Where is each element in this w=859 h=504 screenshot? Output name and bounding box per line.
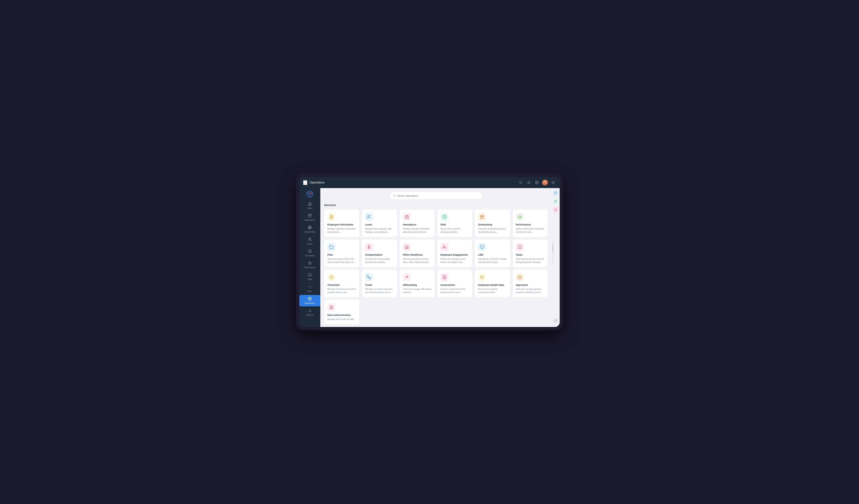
card-data-administration[interactable]: Data Administration Manage and monitor a… [324,300,359,325]
svg-rect-14 [554,183,555,184]
employee-health-name: Employee Health Data [478,283,507,286]
svg-point-67 [555,200,556,201]
section-title: Services [324,203,548,207]
svg-rect-6 [552,181,553,182]
employee-engagement-desc: Define and manage survey metrics, templa… [440,257,469,264]
svg-point-16 [308,192,310,194]
card-attendance[interactable]: Attendance Facilitate biometric ID-based… [400,209,435,237]
sidebar-item-more[interactable]: More [299,283,320,294]
svg-rect-9 [552,183,553,183]
files-desc: Specify the types of files that can be s… [327,257,356,264]
card-onboarding[interactable]: Onboarding Track the onboarding process,… [475,209,510,237]
compensation-name: Compensation [365,253,394,256]
content-area: Services Employee Information Manage emp… [320,188,552,327]
card-files[interactable]: Files Specify the types of files that ca… [324,239,359,267]
search-input[interactable] [397,194,479,197]
performance-icon-wrap [516,213,524,221]
attendance-desc: Facilitate biometric ID-based attendance… [403,227,432,234]
svg-point-17 [310,192,312,194]
svg-rect-28 [308,273,312,276]
approvals-name: Approvals [516,283,545,286]
assessment-name: Assessment [440,283,469,286]
leave-icon [308,237,312,242]
card-employee-health-data[interactable]: Employee Health Data Record and maintain… [475,270,510,297]
card-travel[interactable]: Travel Manage your travel expenses and r… [362,270,397,297]
svg-point-32 [310,286,310,287]
data-admin-icon-wrap [327,303,335,311]
back-button[interactable]: ← [303,180,307,185]
card-office-readiness[interactable]: Office Readiness Add and manage work fro… [400,239,435,267]
card-leave[interactable]: Leave Manage leave requests, add holiday… [362,209,397,237]
sidebar-item-home[interactable]: Home [299,200,320,211]
search-box [390,192,482,200]
timesheet-card-name: Timesheet [327,283,356,286]
search-container [324,192,548,200]
office-readiness-icon-wrap [403,243,411,251]
sidebar-item-onboarding[interactable]: Onboarding [299,224,320,235]
card-employee-information[interactable]: Employee Information Manage employee inf… [324,209,359,237]
employee-engagement-name: Employee Engagement [440,253,469,256]
cards-row-2: Files Specify the types of files that ca… [324,239,548,267]
lms-card-name: LMS [478,253,507,256]
sidebar-item-operations[interactable]: Operations [299,295,320,306]
right-chat-icon[interactable] [553,190,559,196]
onboarding-icon [308,225,312,230]
svg-rect-13 [553,183,554,184]
approvals-desc: View and manage approval requests classi… [516,287,545,294]
onboarding-name: Onboarding [478,223,507,226]
search-input-icon [393,194,396,198]
svg-point-33 [311,286,311,287]
compensation-icon-wrap [365,243,373,251]
svg-rect-11 [554,183,555,183]
assessment-icon-wrap [440,273,448,281]
help-button[interactable]: ? [553,318,558,323]
svg-rect-12 [552,183,553,184]
sidebar-item-reports[interactable]: Reports [299,307,320,318]
leave-name: Leave [365,223,394,226]
svg-point-18 [309,194,311,196]
right-person-icon[interactable] [553,199,559,205]
cards-row-3: Timesheet Manage timesheets and define p… [324,270,548,297]
svg-marker-64 [480,275,484,279]
svg-marker-52 [518,215,521,218]
attendance-icon-wrap [403,213,411,221]
right-bell-icon[interactable] [553,207,559,213]
approvals-icon-wrap [516,273,524,281]
shift-icon-wrap [440,213,448,221]
travel-icon-wrap [365,273,373,281]
card-tasks[interactable]: Tasks View tasks by priority, add and ma… [513,239,548,267]
card-performance[interactable]: Performance Define performance evaluatio… [513,209,548,237]
files-name: Files [327,253,356,256]
office-readiness-name: Office Readiness [403,253,432,256]
grid-icon[interactable] [551,180,556,185]
card-lms[interactable]: LMS Add trainers, view their ratings, an… [475,239,510,267]
leave-desc: Manage leave requests, add holidays, and… [365,227,394,234]
shift-name: Shift [440,223,469,226]
sidebar-item-lms[interactable]: LMS [299,271,320,283]
tasks-name: Tasks [516,253,545,256]
card-compensation[interactable]: Compensation Oversee the compensation pr… [362,239,397,267]
search-icon[interactable] [518,180,524,185]
svg-point-54 [443,246,444,247]
sidebar-item-timesheet[interactable]: Timesheet [299,248,320,259]
card-approvals[interactable]: Approvals View and manage approval reque… [513,270,548,297]
card-offboarding[interactable]: Offboarding Track and manage offboarding… [400,270,435,297]
onboarding-icon-wrap [478,213,486,221]
card-assessment[interactable]: Assessment Conduct customized online ass… [437,270,472,297]
lms-icon [308,273,312,278]
onboarding-desc: Track the onboarding process, classified… [478,227,507,234]
notification-icon[interactable] [526,180,531,185]
sidebar-item-leave[interactable]: Leave [299,236,320,247]
svg-rect-43 [405,216,408,219]
card-timesheet[interactable]: Timesheet Manage timesheets and define p… [324,270,359,297]
svg-line-61 [406,276,408,278]
sidebar-item-attendance[interactable]: Attendance [299,212,320,223]
card-employee-engagement[interactable]: Employee Engagement Define and manage su… [437,239,472,267]
employee-engagement-icon-wrap [440,243,448,251]
card-shift[interactable]: Shift Set up shifts, perform employee-sp… [437,209,472,237]
sidebar-item-performance[interactable]: Performance [299,259,320,271]
settings-icon[interactable] [534,180,540,185]
svg-point-34 [310,298,311,299]
avatar[interactable] [542,180,548,185]
svg-point-31 [308,286,309,287]
